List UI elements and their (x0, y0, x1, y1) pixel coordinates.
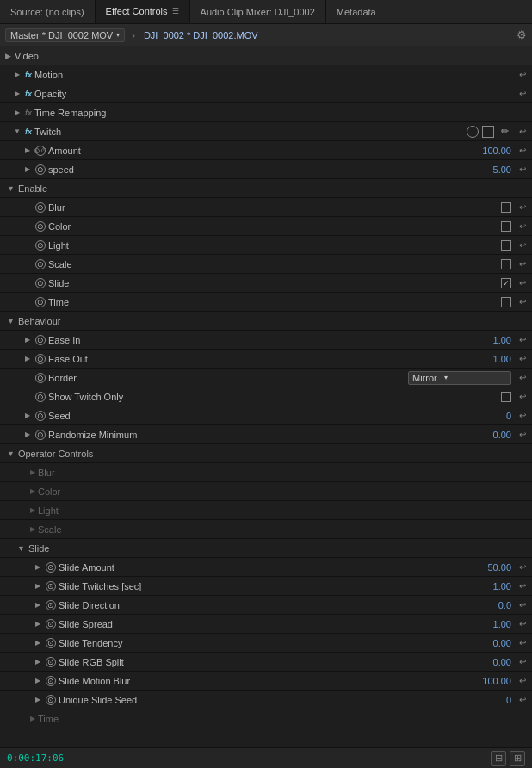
opacity-chevron[interactable]: ▶ (12, 89, 22, 99)
ease-out-reset[interactable]: ↩ (517, 353, 529, 365)
timecode[interactable]: 0:00:17:06 (7, 753, 64, 764)
blur-stopwatch[interactable]: ⊙ (35, 202, 46, 213)
amount-value[interactable]: 100.00 (468, 146, 511, 156)
slide-direction-reset[interactable]: ↩ (517, 599, 529, 611)
slide-motion-blur-value[interactable]: 100.00 (468, 676, 511, 686)
border-reset[interactable]: ↩ (517, 372, 529, 384)
slide-tendency-value[interactable]: 0.00 (468, 638, 511, 648)
video-section-header[interactable]: ▶ Video (0, 46, 532, 65)
speed-reset[interactable]: ↩ (517, 164, 529, 176)
color-stopwatch[interactable]: ⊙ (35, 221, 46, 232)
twitch-circle-icon[interactable] (467, 126, 479, 138)
slide-tendency-stopwatch[interactable]: ⊙ (46, 638, 56, 648)
twitch-square-icon[interactable] (482, 126, 494, 138)
light-checkbox[interactable] (501, 240, 511, 251)
time-remapping-chevron[interactable]: ▶ (12, 108, 22, 118)
seed-value[interactable]: 0 (468, 411, 511, 421)
slide-amount-value[interactable]: 50.00 (468, 562, 511, 573)
amount-chevron[interactable]: ▶ (22, 146, 33, 156)
motion-reset[interactable]: ↩ (517, 69, 529, 81)
ease-in-value[interactable]: 1.00 (468, 335, 511, 345)
ease-in-chevron[interactable]: ▶ (22, 335, 33, 345)
slide-tendency-chevron[interactable]: ▶ (33, 638, 43, 648)
color-reset[interactable]: ↩ (517, 220, 529, 232)
slide-spread-reset[interactable]: ↩ (517, 618, 529, 630)
slide-amount-reset[interactable]: ↩ (517, 561, 529, 573)
unique-slide-seed-value[interactable]: 0 (468, 695, 511, 705)
unique-slide-seed-chevron[interactable]: ▶ (33, 695, 43, 705)
randomize-min-chevron[interactable]: ▶ (22, 430, 33, 440)
slide-rgb-stopwatch[interactable]: ⊙ (46, 657, 56, 667)
amount-stopwatch[interactable]: ⊙ (35, 146, 46, 156)
seed-chevron[interactable]: ▶ (22, 411, 33, 421)
settings-icon[interactable]: ⚙ (517, 28, 527, 41)
speed-chevron[interactable]: ▶ (22, 164, 33, 175)
scale-checkbox[interactable] (501, 259, 511, 269)
slide-motion-blur-chevron[interactable]: ▶ (33, 676, 43, 686)
slide-rgb-split-chevron[interactable]: ▶ (33, 657, 43, 667)
ease-out-value[interactable]: 1.00 (468, 354, 511, 364)
ease-out-chevron[interactable]: ▶ (22, 354, 33, 364)
tab-source[interactable]: Source: (no clips) (0, 0, 96, 23)
slide-motion-blur-reset[interactable]: ↩ (517, 675, 529, 687)
slide-twitches-value[interactable]: 1.00 (468, 581, 511, 591)
scale-stopwatch[interactable]: ⊙ (35, 259, 46, 269)
slide-rgb-split-value[interactable]: 0.00 (468, 657, 511, 667)
tab-effect-controls[interactable]: Effect Controls ☰ (96, 0, 190, 23)
zoom-out-button[interactable]: ⊟ (491, 751, 506, 766)
randomize-min-reset[interactable]: ↩ (517, 429, 529, 441)
slide-spread-stopwatch[interactable]: ⊙ (46, 619, 56, 629)
randomize-min-stopwatch[interactable]: ⊙ (35, 430, 46, 440)
border-dropdown[interactable]: Mirror ▾ (408, 371, 511, 385)
seed-stopwatch[interactable]: ⊙ (35, 411, 46, 421)
show-twitch-checkbox[interactable] (501, 392, 511, 402)
slide-direction-chevron[interactable]: ▶ (33, 600, 43, 610)
enable-section[interactable]: ▼ Enable (0, 179, 532, 198)
speed-value[interactable]: 5.00 (468, 164, 511, 175)
master-dropdown[interactable]: Master * DJI_0002.MOV ▾ (5, 28, 125, 42)
tab-menu-icon[interactable]: ☰ (172, 7, 179, 15)
show-twitch-reset[interactable]: ↩ (517, 391, 529, 403)
time-enable-reset[interactable]: ↩ (517, 296, 529, 308)
amount-reset[interactable]: ↩ (517, 145, 529, 157)
ease-in-reset[interactable]: ↩ (517, 334, 529, 346)
twitch-reset[interactable]: ↩ (517, 126, 529, 138)
slide-enable-stopwatch[interactable]: ⊙ (35, 278, 46, 288)
slide-spread-chevron[interactable]: ▶ (33, 619, 43, 629)
slide-twitches-reset[interactable]: ↩ (517, 580, 529, 592)
zoom-in-button[interactable]: ⊞ (510, 751, 525, 766)
seed-reset[interactable]: ↩ (517, 410, 529, 422)
slide-twitches-chevron[interactable]: ▶ (33, 581, 43, 591)
tab-audio-clip-mixer[interactable]: Audio Clip Mixer: DJI_0002 (190, 0, 326, 23)
op-time-chevron[interactable]: ▶ (28, 714, 38, 724)
opacity-reset[interactable]: ↩ (517, 88, 529, 100)
slide-amount-chevron[interactable]: ▶ (33, 562, 43, 573)
slide-tendency-reset[interactable]: ↩ (517, 637, 529, 649)
slide-checkbox[interactable] (501, 278, 511, 288)
slide-rgb-split-reset[interactable]: ↩ (517, 656, 529, 668)
op-slide-section[interactable]: ▼ Slide (0, 539, 532, 558)
slide-amount-stopwatch[interactable]: ⊙ (46, 562, 56, 573)
unique-slide-seed-reset[interactable]: ↩ (517, 694, 529, 706)
tab-metadata[interactable]: Metadata (326, 0, 387, 23)
op-blur-chevron[interactable]: ▶ (28, 468, 38, 478)
op-color-chevron[interactable]: ▶ (28, 486, 38, 497)
slide-spread-value[interactable]: 1.00 (468, 619, 511, 629)
ease-in-stopwatch[interactable]: ⊙ (35, 335, 46, 345)
light-reset[interactable]: ↩ (517, 239, 529, 251)
light-stopwatch[interactable]: ⊙ (35, 240, 46, 251)
show-twitch-stopwatch[interactable]: ⊙ (35, 392, 46, 402)
slide-motion-blur-stopwatch[interactable]: ⊙ (46, 676, 56, 686)
ease-out-stopwatch[interactable]: ⊙ (35, 354, 46, 364)
scale-reset[interactable]: ↩ (517, 258, 529, 270)
blur-checkbox[interactable] (501, 202, 511, 213)
op-scale-chevron[interactable]: ▶ (28, 524, 38, 535)
op-light-chevron[interactable]: ▶ (28, 505, 38, 516)
slide-enable-reset[interactable]: ↩ (517, 277, 529, 289)
slide-direction-value[interactable]: 0.0 (468, 600, 511, 610)
motion-chevron[interactable]: ▶ (12, 70, 22, 80)
randomize-min-value[interactable]: 0.00 (468, 430, 511, 440)
color-checkbox[interactable] (501, 221, 511, 232)
twitch-pen-icon[interactable]: ✏ (498, 125, 511, 139)
behaviour-section[interactable]: ▼ Behaviour (0, 312, 532, 331)
